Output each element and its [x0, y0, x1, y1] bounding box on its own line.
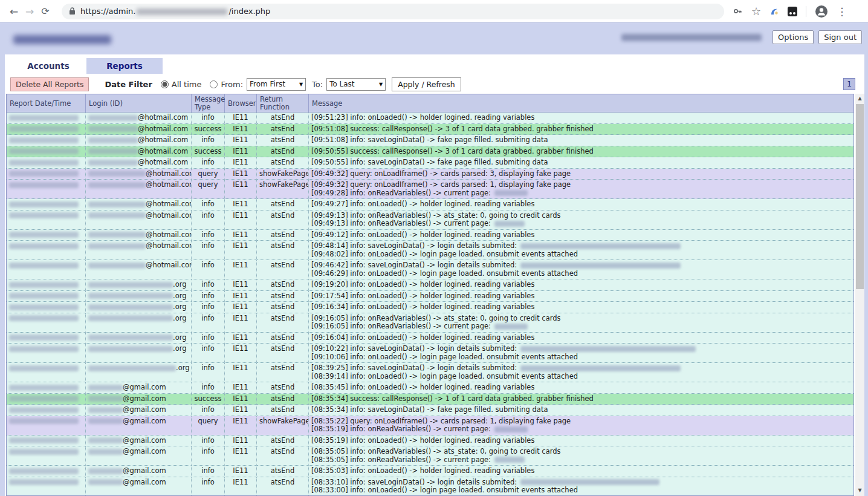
cell-report-date	[7, 477, 86, 496]
url-bar[interactable]: https://admin./index.php	[62, 4, 724, 19]
extension-icon[interactable]	[769, 7, 779, 16]
reload-icon[interactable]: ⟳	[37, 5, 53, 17]
log-line: [09:49:28] info: onReadVariables() -> cu…	[311, 189, 851, 198]
redacted-date	[9, 304, 79, 310]
cell-message: [09:51:08] info: saveLoginData() -> fake…	[309, 135, 853, 146]
log-line: [08:33:00] info: onLoaded() -> login pag…	[311, 486, 851, 495]
tab-reports[interactable]: Reports	[86, 58, 163, 74]
cell-browser: IE11	[225, 180, 257, 199]
cell-login: @gmail.com	[86, 405, 192, 416]
redacted-login-prefix	[88, 407, 123, 413]
cell-return-function: atsEnd	[257, 313, 309, 333]
cell-report-date	[7, 416, 86, 436]
log-line: [08:35:45] info: onLoaded() -> holder lo…	[311, 383, 851, 392]
star-icon[interactable]: ☆	[751, 7, 761, 16]
redacted-message-detail	[494, 426, 528, 432]
cell-message-type: info	[192, 279, 225, 291]
all-time-radio[interactable]	[161, 80, 169, 88]
tab-accounts[interactable]: Accounts	[10, 58, 86, 74]
cell-message: [09:49:27] info: onLoaded() -> holder lo…	[309, 199, 853, 210]
signout-button[interactable]: Sign out	[818, 30, 862, 44]
cell-report-date	[7, 313, 86, 333]
table-row: .orginfoIE11atsEnd[09:17:54] info: onLoa…	[7, 291, 853, 302]
scroll-down-icon[interactable]: ▼	[855, 486, 864, 495]
scrollbar-thumb[interactable]	[856, 104, 864, 289]
cell-report-date	[7, 146, 86, 158]
log-line: [09:51:23] info: onLoaded() -> holder lo…	[311, 114, 851, 122]
redacted-date	[9, 407, 79, 413]
redacted-login-prefix	[88, 334, 173, 341]
cell-return-function: showFakePage	[257, 416, 309, 436]
table-header-row: Report Date/Time Login (ID) Message Type…	[7, 94, 853, 113]
cell-message-type: info	[192, 113, 225, 124]
cell-browser: IE11	[225, 135, 257, 146]
redacted-login-prefix	[88, 115, 138, 121]
col-return-function: Return Function	[257, 94, 309, 113]
redacted-login-prefix	[88, 232, 146, 238]
cell-browser: IE11	[225, 344, 257, 363]
cell-login: @hotmail.com	[86, 169, 192, 180]
cell-message: [09:16:34] info: onLoaded() -> holder lo…	[309, 302, 853, 313]
cell-message: [09:50:55] success: callResponse() -> 3 …	[309, 146, 853, 158]
to-select[interactable]: To Last▼	[326, 78, 386, 91]
cell-message-type: info	[192, 260, 225, 279]
table-row: @gmail.comsuccessIE11atsEnd[08:35:34] su…	[7, 394, 853, 405]
date-filter-label: Date Filter	[105, 80, 152, 89]
apply-refresh-button[interactable]: Apply / Refresh	[392, 77, 461, 91]
from-select[interactable]: From First▼	[247, 78, 306, 91]
cell-message: [09:10:22] info: saveLoginData() -> logi…	[309, 344, 853, 363]
from-label: From:	[221, 80, 243, 89]
cell-browser: IE11	[225, 302, 257, 313]
avatar-icon[interactable]	[815, 5, 828, 18]
redacted-date	[9, 243, 79, 249]
page-1-button[interactable]: 1	[843, 78, 855, 90]
table-row: @gmail.cominfoIE11atsEnd[08:35:45] info:…	[7, 382, 853, 394]
options-button[interactable]: Options	[772, 30, 814, 44]
table-row: @hotmail.comqueryIE11showFakePage[09:49:…	[7, 169, 853, 180]
cell-message: [09:49:32] query: onLoadIframe() -> card…	[309, 180, 853, 199]
cell-return-function: atsEnd	[257, 291, 309, 302]
delete-all-reports-button[interactable]: Delete All Reports	[10, 77, 89, 91]
redacted-login-prefix	[88, 315, 173, 321]
cell-message: [09:16:05] info: onReadVariables() -> at…	[309, 313, 853, 333]
log-line: [09:51:08] info: saveLoginData() -> fake…	[311, 136, 851, 145]
redacted-login-prefix	[88, 182, 146, 188]
redacted-login-prefix	[88, 437, 123, 443]
extension-dark-icon[interactable]	[788, 7, 797, 16]
cell-login: @gmail.com	[86, 394, 192, 405]
cell-message: [08:39:25] info: saveLoginData() -> logi…	[309, 363, 853, 382]
cell-login: .org	[86, 344, 192, 363]
cell-return-function: atsEnd	[257, 157, 309, 169]
cell-report-date	[7, 446, 86, 466]
cell-report-date	[7, 302, 86, 313]
redacted-date	[9, 282, 79, 288]
redacted-date	[9, 212, 79, 218]
cell-login: @gmail.com	[86, 446, 192, 466]
cell-browser: IE11	[225, 157, 257, 169]
chevron-down-icon: ▼	[299, 82, 303, 87]
cell-report-date	[7, 135, 86, 146]
kebab-menu-icon[interactable]: ⋮	[837, 5, 847, 18]
cell-login: @gmail.com	[86, 416, 192, 436]
cell-message: [09:50:55] info: saveLoginData() -> fake…	[309, 157, 853, 169]
scroll-up-icon[interactable]: ▲	[855, 94, 864, 103]
table-row: @gmail.comqueryIE11showFakePage[08:35:22…	[7, 416, 853, 436]
cell-message: [09:48:14] info: saveLoginData() -> logi…	[309, 241, 853, 260]
cell-login: .org	[86, 279, 192, 291]
table-row: .orginfoIE11atsEnd[09:16:34] info: onLoa…	[7, 302, 853, 313]
cell-login: @hotmail.com	[86, 230, 192, 241]
redacted-login-prefix	[88, 137, 138, 143]
back-arrow-icon[interactable]: ←	[6, 5, 22, 18]
redacted-login-prefix	[88, 346, 173, 352]
from-radio[interactable]	[210, 80, 218, 88]
cell-return-function: atsEnd	[257, 146, 309, 158]
cell-report-date	[7, 279, 86, 291]
cell-message-type: success	[192, 146, 225, 158]
key-icon[interactable]	[733, 6, 743, 16]
cell-message-type: query	[192, 169, 225, 180]
redacted-date	[9, 171, 79, 177]
cell-report-date	[7, 333, 86, 344]
cell-message: [09:49:13] info: onReadVariables() -> at…	[309, 210, 853, 230]
redacted-date	[9, 315, 79, 321]
cell-return-function: atsEnd	[257, 113, 309, 124]
